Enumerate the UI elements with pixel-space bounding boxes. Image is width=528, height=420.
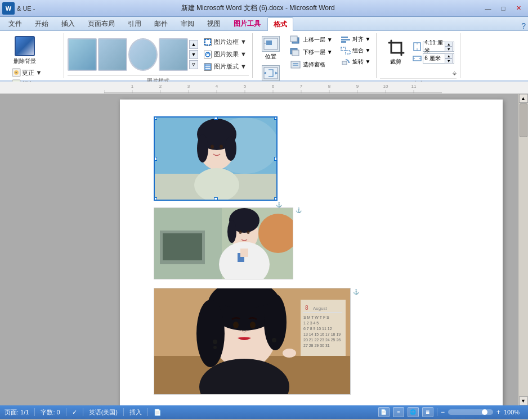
status-divider-4 <box>123 408 124 416</box>
picture-effects-button[interactable]: 图片效果 ▼ <box>202 49 249 60</box>
handle-br[interactable] <box>274 197 278 201</box>
word-count: 字数: 0 <box>41 408 60 417</box>
handle-mr[interactable] <box>274 157 278 161</box>
svg-text:6: 6 <box>272 84 275 89</box>
height-input[interactable]: 4.11 厘米 ▲ ▼ <box>423 42 454 52</box>
spell-check-icon[interactable]: ✓ <box>72 409 77 416</box>
tab-references[interactable]: 引用 <box>122 17 147 30</box>
height-spin-up[interactable]: ▲ <box>445 42 453 47</box>
group-icon <box>341 47 351 55</box>
image-3-content: 8 August S M T W T F S 1 2 3 4 5 6 7 8 9… <box>154 288 351 395</box>
rotate-button[interactable]: 旋转 ▼ <box>338 57 373 67</box>
document-image-1[interactable]: ⚓ <box>154 116 278 201</box>
style-thumb-2[interactable] <box>98 38 127 71</box>
image-1-anchor: ⚓ <box>276 202 282 207</box>
move-backward-button[interactable]: 下移一层 ▼ <box>288 47 335 58</box>
position-button[interactable]: 位置 <box>258 34 283 62</box>
minimize-button[interactable]: — <box>481 3 495 14</box>
tab-insert[interactable]: 插入 <box>55 17 81 30</box>
svg-text:6 7 8 9 10 11 12: 6 7 8 9 10 11 12 <box>303 327 332 331</box>
svg-text:3: 3 <box>187 84 190 89</box>
help-button[interactable]: ? <box>521 21 526 30</box>
tab-home[interactable]: 开始 <box>29 17 55 30</box>
horizontal-ruler: 123 456 789 1011 <box>0 82 528 94</box>
image-2[interactable] <box>154 207 293 279</box>
document-image-3[interactable]: 8 August S M T W T F S 1 2 3 4 5 6 7 8 9… <box>154 288 469 396</box>
image-3[interactable]: 8 August S M T W T F S 1 2 3 4 5 6 7 8 9… <box>154 288 351 395</box>
handle-bl[interactable] <box>154 197 157 201</box>
view-web-button[interactable]: 🌐 <box>408 407 419 417</box>
tab-mailings[interactable]: 邮件 <box>148 17 174 30</box>
rotate-icon <box>341 58 351 66</box>
zoom-slider[interactable] <box>448 409 493 415</box>
correction-icon: ☀ <box>12 68 21 77</box>
tab-view[interactable]: 视图 <box>201 17 227 30</box>
svg-text:4: 4 <box>216 84 218 89</box>
style-thumb-1[interactable] <box>68 38 97 71</box>
move-forward-button[interactable]: 上移一层 ▼ <box>288 34 335 46</box>
scroll-thumb[interactable] <box>520 103 527 137</box>
width-spin-up[interactable]: ▲ <box>445 53 453 58</box>
close-button[interactable]: ✕ <box>511 3 526 14</box>
document-image-2[interactable]: ⚓ <box>154 207 469 281</box>
svg-text:7: 7 <box>300 84 303 89</box>
height-spin-down[interactable]: ▼ <box>445 47 453 52</box>
handle-tm[interactable] <box>214 116 218 120</box>
group-button[interactable]: 组合 ▼ <box>338 46 373 56</box>
handle-ml[interactable] <box>154 157 157 161</box>
crop-icon <box>387 39 405 57</box>
handle-bm[interactable] <box>214 197 218 201</box>
status-divider-zoom <box>437 408 437 416</box>
remove-background-button[interactable]: 删除背景 <box>10 34 39 67</box>
select-pane-button[interactable]: 选择窗格 <box>288 59 335 70</box>
insert-mode[interactable]: 插入 <box>129 408 142 417</box>
zoom-in-button[interactable]: + <box>496 408 500 416</box>
tab-format[interactable]: 格式 <box>267 17 293 31</box>
style-scroll-up[interactable]: ▲ <box>189 40 198 49</box>
language[interactable]: 英语(美国) <box>89 408 118 417</box>
tab-picture-tools[interactable]: 图片工具 <box>227 17 267 30</box>
view-print-button[interactable]: 📄 <box>378 407 390 417</box>
tab-layout[interactable]: 页面布局 <box>82 17 121 30</box>
scroll-track[interactable] <box>519 103 528 396</box>
view-outline-button[interactable]: ≣ <box>422 407 433 417</box>
group-size: 裁剪 4.11 厘米 ▲ ▼ <box>377 33 460 78</box>
style-scroll-down[interactable]: ▼ <box>189 50 198 59</box>
page-container[interactable]: → <box>104 94 518 405</box>
tab-review[interactable]: 审阅 <box>174 17 200 30</box>
image-1[interactable] <box>154 116 278 201</box>
style-thumb-4[interactable] <box>159 38 188 71</box>
page-indicator: 页面: 1/1 <box>5 408 29 417</box>
status-divider-5 <box>147 408 148 416</box>
scroll-down-button[interactable]: ▼ <box>519 396 528 405</box>
svg-point-103 <box>250 322 256 328</box>
group-size-expand[interactable]: ⬙ <box>453 70 457 76</box>
width-icon <box>413 54 422 63</box>
style-thumb-3[interactable] <box>128 38 158 71</box>
scroll-up-button[interactable]: ▲ <box>519 94 528 103</box>
svg-text:9: 9 <box>356 84 359 89</box>
svg-text:8: 8 <box>328 84 331 89</box>
zoom-level[interactable]: 100% <box>504 409 523 416</box>
svg-rect-7 <box>205 39 211 45</box>
zoom-out-button[interactable]: − <box>441 408 445 416</box>
svg-point-102 <box>233 322 239 328</box>
style-scroll-expand[interactable]: ▿ <box>189 60 198 69</box>
svg-rect-23 <box>341 41 346 43</box>
handle-tr[interactable] <box>274 116 278 120</box>
picture-layout-button[interactable]: 图片版式 ▼ <box>202 61 249 72</box>
align-button[interactable]: 对齐 ▼ <box>338 34 373 44</box>
tab-file[interactable]: 文件 <box>2 17 28 30</box>
width-spin-down[interactable]: ▼ <box>445 58 453 64</box>
view-reading-button[interactable]: ≡ <box>393 407 404 417</box>
status-divider-2 <box>66 408 66 416</box>
width-input[interactable]: 6 厘米 ▲ ▼ <box>423 53 454 64</box>
picture-border-button[interactable]: 图片边框 ▼ <box>202 37 249 47</box>
svg-point-99 <box>196 300 225 367</box>
window-title: 新建 Microsoft Word 文档 (6).docx - Microsof… <box>35 3 481 13</box>
correction-button[interactable]: ☀ 更正 ▼ <box>10 67 56 78</box>
maximize-button[interactable]: □ <box>496 3 511 14</box>
crop-button[interactable]: 裁剪 <box>382 37 409 68</box>
move-backward-icon <box>290 48 301 57</box>
handle-tl[interactable] <box>154 116 157 120</box>
